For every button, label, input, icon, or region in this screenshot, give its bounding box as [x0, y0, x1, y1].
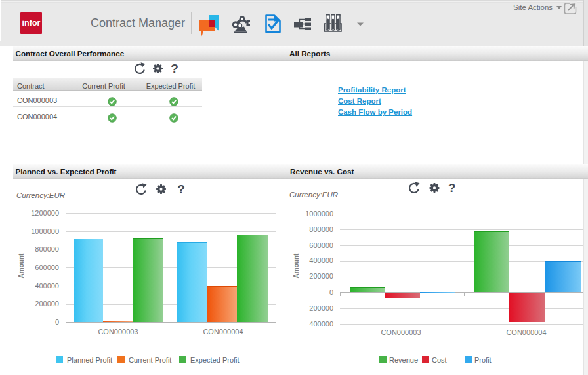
svg-text:?: ?: [448, 181, 456, 195]
svg-text:?: ?: [171, 62, 178, 75]
svg-text:?: ?: [177, 182, 185, 196]
